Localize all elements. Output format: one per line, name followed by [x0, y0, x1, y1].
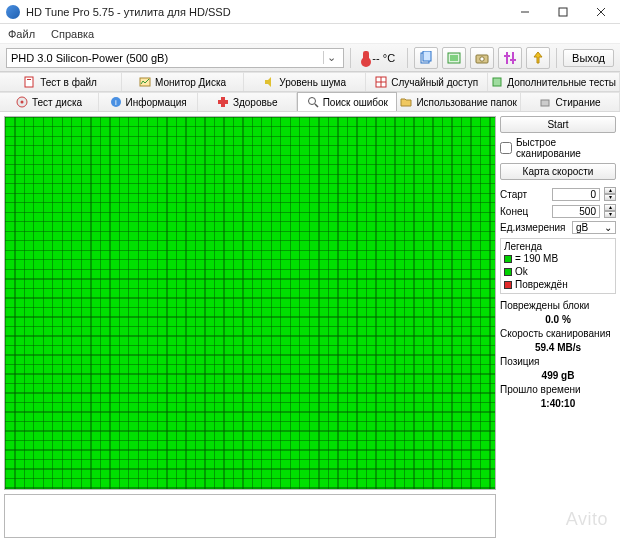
- screenshot-button[interactable]: [442, 47, 466, 69]
- minimize-button[interactable]: [506, 0, 544, 24]
- settings-button[interactable]: [498, 47, 522, 69]
- tab-file-test[interactable]: Тест в файл: [0, 72, 122, 91]
- tab-label: Тест диска: [32, 97, 82, 108]
- legend-ok: Ok: [515, 265, 528, 278]
- quick-scan-checkbox[interactable]: Быстрое сканирование: [500, 136, 616, 160]
- save-button[interactable]: [526, 47, 550, 69]
- tab-disk-monitor[interactable]: Монитор Диска: [122, 72, 244, 91]
- close-button[interactable]: [582, 0, 620, 24]
- svg-rect-10: [506, 52, 508, 64]
- speed-value: 59.4 MB/s: [500, 341, 616, 355]
- unit-label: Ед.измерения: [500, 222, 568, 233]
- maximize-button[interactable]: [544, 0, 582, 24]
- tab-folder-usage[interactable]: Использование папок: [397, 92, 521, 111]
- unit-select[interactable]: gB ⌄: [572, 221, 616, 234]
- tab-label: Уровень шума: [279, 77, 346, 88]
- tab-disk-test[interactable]: Тест диска: [0, 92, 99, 111]
- legend-bad: Повреждён: [515, 278, 568, 291]
- chevron-down-icon: ⌄: [323, 51, 339, 64]
- camera-button[interactable]: [470, 47, 494, 69]
- time-label: Прошло времени: [500, 383, 616, 397]
- health-icon: [217, 96, 229, 108]
- svg-rect-30: [541, 100, 549, 106]
- legend-square-ok: [504, 268, 512, 276]
- svg-text:i: i: [115, 98, 117, 107]
- erase-icon: [539, 96, 551, 108]
- svg-point-23: [21, 101, 24, 104]
- status-pane: [4, 494, 496, 538]
- tabs-row-1: Тест в файл Монитор Диска Уровень шума С…: [0, 72, 620, 92]
- drive-dropdown[interactable]: PHD 3.0 Silicon-Power (500 gB) ⌄: [6, 48, 344, 68]
- drive-dropdown-value: PHD 3.0 Silicon-Power (500 gB): [11, 52, 323, 64]
- svg-rect-5: [423, 51, 431, 61]
- legend-title: Легенда: [504, 241, 612, 252]
- end-label: Конец: [500, 206, 548, 217]
- menubar: Файл Справка: [0, 24, 620, 44]
- quick-scan-label: Быстрое сканирование: [516, 137, 616, 159]
- speed-label: Скорость сканирования: [500, 327, 616, 341]
- tab-erase[interactable]: Стирание: [521, 92, 620, 111]
- tab-health[interactable]: Здоровье: [198, 92, 297, 111]
- copy-button[interactable]: [414, 47, 438, 69]
- svg-rect-11: [512, 52, 514, 64]
- tabs-row-2: Тест диска i Информация Здоровье Поиск о…: [0, 92, 620, 112]
- random-icon: [375, 76, 387, 88]
- stats-block: Повреждены блоки 0.0 % Скорость сканиров…: [500, 299, 616, 411]
- tab-label: Дополнительные тесты: [507, 77, 616, 88]
- separator: [556, 48, 557, 68]
- pos-value: 499 gB: [500, 369, 616, 383]
- tab-label: Случайный доступ: [391, 77, 478, 88]
- toolbar: PHD 3.0 Silicon-Power (500 gB) ⌄ -- °C В…: [0, 44, 620, 72]
- tab-label: Стирание: [555, 97, 600, 108]
- folder-icon: [400, 96, 412, 108]
- svg-point-28: [308, 98, 315, 105]
- tab-label: Поиск ошибок: [323, 97, 388, 108]
- tab-random-access[interactable]: Случайный доступ: [366, 72, 488, 91]
- svg-point-9: [480, 56, 484, 60]
- svg-rect-12: [504, 55, 510, 57]
- tab-error-scan[interactable]: Поиск ошибок: [297, 92, 397, 111]
- svg-rect-14: [25, 77, 33, 87]
- chevron-down-icon: ⌄: [604, 222, 612, 233]
- error-scan-icon: [307, 96, 319, 108]
- info-icon: i: [110, 96, 122, 108]
- legend-box: Легенда = 190 MB Ok Повреждён: [500, 238, 616, 294]
- tab-noise-level[interactable]: Уровень шума: [244, 72, 366, 91]
- window-controls: [506, 0, 620, 24]
- separator: [407, 48, 408, 68]
- menu-file[interactable]: Файл: [8, 28, 35, 40]
- end-input[interactable]: 500: [552, 205, 600, 218]
- start-button[interactable]: Start: [500, 116, 616, 133]
- start-input[interactable]: 0: [552, 188, 600, 201]
- watermark: Avito: [566, 509, 608, 530]
- quick-scan-input[interactable]: [500, 142, 512, 154]
- file-test-icon: [24, 76, 36, 88]
- legend-size: = 190 MB: [515, 252, 558, 265]
- unit-value: gB: [576, 222, 588, 233]
- end-spinners[interactable]: ▴▾: [604, 204, 616, 218]
- tab-label: Тест в файл: [40, 77, 97, 88]
- window-title: HD Tune Pro 5.75 - утилита для HD/SSD: [26, 6, 506, 18]
- exit-button[interactable]: Выход: [563, 49, 614, 67]
- tab-info[interactable]: i Информация: [99, 92, 198, 111]
- damaged-label: Повреждены блоки: [500, 299, 616, 313]
- extra-icon: [491, 76, 503, 88]
- svg-rect-15: [27, 79, 31, 80]
- tab-label: Информация: [126, 97, 187, 108]
- svg-marker-17: [265, 77, 271, 87]
- tab-label: Монитор Диска: [155, 77, 226, 88]
- titlebar: HD Tune Pro 5.75 - утилита для HD/SSD: [0, 0, 620, 24]
- left-column: [4, 116, 496, 538]
- legend-square-ok: [504, 255, 512, 263]
- end-row: Конец 500 ▴▾: [500, 204, 616, 218]
- tab-extra-tests[interactable]: Дополнительные тесты: [488, 72, 620, 91]
- menu-help[interactable]: Справка: [51, 28, 94, 40]
- pos-label: Позиция: [500, 355, 616, 369]
- start-row: Старт 0 ▴▾: [500, 187, 616, 201]
- speedmap-button[interactable]: Карта скорости: [500, 163, 616, 180]
- start-label: Старт: [500, 189, 548, 200]
- right-panel: Start Быстрое сканирование Карта скорост…: [500, 116, 616, 538]
- start-spinners[interactable]: ▴▾: [604, 187, 616, 201]
- disk-test-icon: [16, 96, 28, 108]
- separator: [350, 48, 351, 68]
